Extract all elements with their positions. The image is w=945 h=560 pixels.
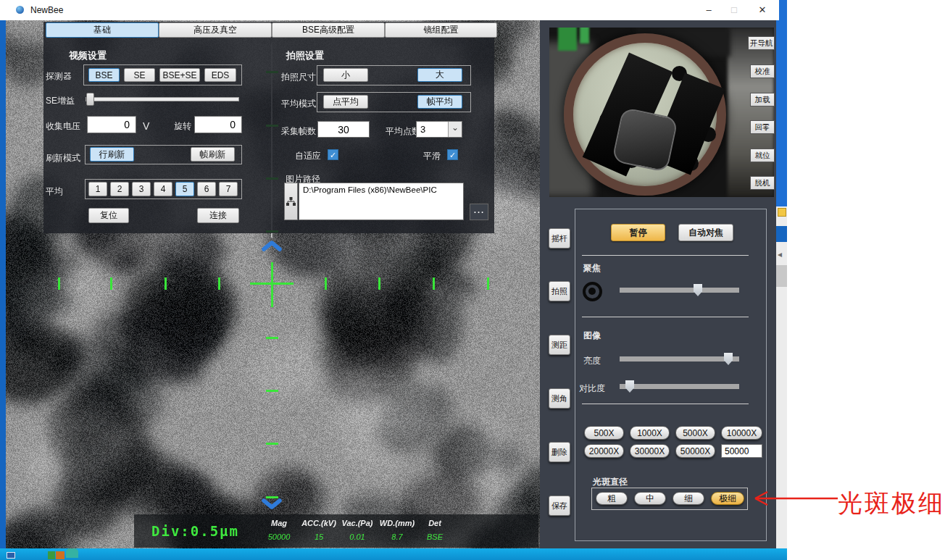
button-label: 20000X [589,446,619,456]
joystick-button[interactable]: 摇杆 [549,228,570,248]
average-4-button[interactable]: 4 [154,182,172,196]
button-label: 帧平均 [427,96,453,108]
camera-green-connector [580,28,589,43]
button-label: EDS [212,70,230,80]
button-label: 500X [594,428,614,438]
readout-value: 15 [299,532,338,541]
button-label: 30000X [635,446,665,456]
detector-eds-button[interactable]: EDS [204,68,236,82]
collect-voltage-input[interactable] [87,116,136,133]
average-1-button[interactable]: 1 [88,182,107,196]
refresh-line-button[interactable]: 行刷新 [90,147,134,162]
taskbar-icon-orange[interactable] [56,551,64,559]
image-path-box[interactable]: D:\Program Files (x86)\NewBee\PIC [299,183,464,220]
background-window-titlebar [776,0,787,206]
taskbar-window-icon[interactable] [7,552,15,559]
detector-se-button[interactable]: SE [124,68,155,82]
annotation-arrow [748,488,839,509]
average-6-button[interactable]: 6 [197,182,216,196]
browse-button[interactable]: … [470,204,488,220]
rotation-label: 旋转 [174,120,191,133]
spot-extra-fine-button[interactable]: 极细 [711,492,744,505]
brightness-slider-track[interactable] [620,356,739,362]
readout-col: ACC.(kV) 15 [299,519,338,541]
separator [582,255,749,256]
maximize-button[interactable]: □ [723,3,745,17]
refresh-mode-label: 刷新模式 [46,152,80,164]
measure-distance-button[interactable]: 测距 [549,335,570,355]
close-button[interactable]: ✕ [752,3,773,17]
taskbar-icon-green[interactable] [48,551,55,559]
spot-coarse-button[interactable]: 粗 [596,492,628,505]
focus-label: 聚焦 [583,262,601,275]
nav-in-position-button[interactable]: 就位 [750,149,775,162]
nav-calibrate-button[interactable]: 校准 [750,64,775,78]
taskbar-icon-teal[interactable] [66,548,78,558]
readout-col: WD.(mm) 8.7 [376,519,418,541]
path-side-button[interactable] [284,183,298,220]
detector-bse-se-button[interactable]: BSE+SE [159,68,200,82]
mag-50000x-button[interactable]: 50000X [675,444,715,458]
tab-label: 镜组配置 [424,24,459,36]
smooth-checkbox[interactable]: ✓ [447,149,458,160]
delete-button[interactable]: 删除 [549,442,570,462]
mag-input[interactable] [721,444,762,458]
pause-button[interactable]: 暂停 [611,224,665,241]
focus-slider-track[interactable] [620,288,739,293]
tab-basic[interactable]: 基础 [46,22,159,38]
average-5-button[interactable]: 5 [175,182,194,196]
contrast-slider-track[interactable] [620,384,739,389]
spot-fine-button[interactable]: 细 [673,492,704,505]
detector-bse-button[interactable]: BSE [88,68,120,82]
spot-medium-button[interactable]: 中 [634,492,666,505]
size-large-button[interactable]: 大 [417,68,462,82]
button-label: 6 [204,184,209,194]
average-7-button[interactable]: 7 [219,182,238,196]
point-average-button[interactable]: 点平均 [323,95,368,109]
se-gain-slider-track[interactable] [86,97,239,101]
rotation-input[interactable] [194,116,242,133]
button-label: 测角 [551,393,567,404]
se-gain-slider-thumb[interactable] [86,93,94,106]
frames-input[interactable] [317,121,370,138]
average-3-button[interactable]: 3 [132,182,151,196]
tab-label: 高压及真空 [193,24,237,36]
mag-30000x-button[interactable]: 30000X [630,444,670,458]
nav-load-button[interactable]: 加载 [750,93,775,106]
size-small-button[interactable]: 小 [323,68,368,82]
nav-open-navigation-button[interactable]: 开导航 [748,36,775,50]
window-title: NewBee [30,5,63,15]
button-label: 5000X [683,428,708,438]
capture-button[interactable]: 拍照 [549,281,570,301]
adaptive-checkbox[interactable]: ✓ [328,149,338,160]
button-label: 连接 [209,209,227,222]
nav-return-zero-button[interactable]: 回零 [750,120,775,134]
tab-lens-config[interactable]: 镜组配置 [385,22,497,38]
save-button[interactable]: 保存 [549,496,570,516]
mag-5000x-button[interactable]: 5000X [675,426,715,440]
refresh-frame-button[interactable]: 帧刷新 [191,147,235,162]
measure-angle-button[interactable]: 测角 [549,388,570,409]
tab-bse-advanced[interactable]: BSE高级配置 [272,22,385,38]
titlebar[interactable]: NewBee – □ ✕ [0,0,779,20]
mag-20000x-button[interactable]: 20000X [584,444,624,458]
points-dropdown[interactable]: 3 ⌄ [416,121,462,138]
frame-average-button[interactable]: 帧平均 [417,95,462,109]
se-gain-label: SE增益 [46,95,75,107]
minimize-button[interactable]: – [698,3,720,17]
mag-1000x-button[interactable]: 1000X [630,426,670,440]
detector-label: 探测器 [46,70,72,83]
image-section-label: 图像 [583,330,601,342]
button-label: SE [133,70,145,80]
autofocus-button[interactable]: 自动对焦 [678,224,733,241]
average-2-button[interactable]: 2 [110,182,129,196]
button-label: 10000X [727,428,757,438]
mag-500x-button[interactable]: 500X [584,426,624,440]
reset-button[interactable]: 复位 [88,208,129,223]
dropdown-arrow-icon[interactable]: ⌄ [448,122,462,137]
tab-hv-vacuum[interactable]: 高压及真空 [159,22,272,38]
mag-10000x-button[interactable]: 10000X [721,426,762,440]
nav-offline-button[interactable]: 脱机 [750,176,775,190]
connect-button[interactable]: 连接 [197,208,239,223]
button-label: BSE [95,70,112,80]
